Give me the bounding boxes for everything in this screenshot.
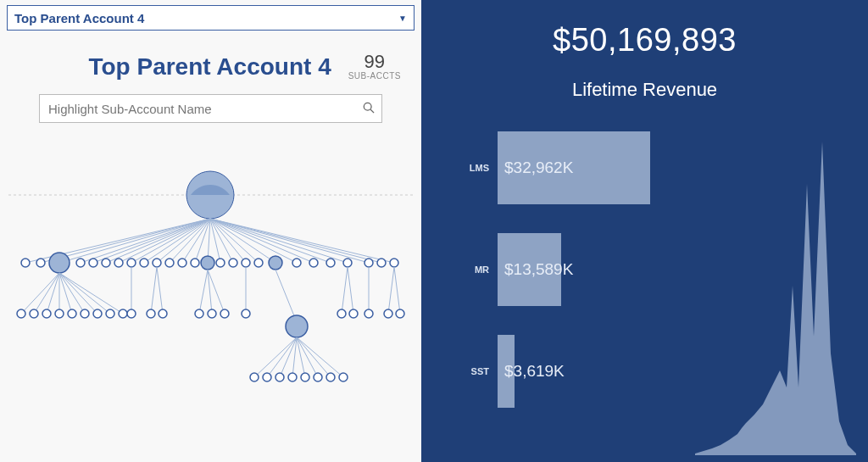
svg-point-37: [127, 259, 136, 267]
svg-point-96: [349, 309, 358, 318]
svg-line-24: [210, 219, 314, 263]
svg-line-105: [297, 337, 318, 377]
bar-row-sst[interactable]: SST $3,619K: [455, 335, 650, 408]
svg-point-84: [93, 309, 102, 318]
svg-point-114: [326, 373, 335, 381]
svg-line-26: [210, 219, 348, 263]
svg-point-36: [114, 259, 123, 267]
svg-point-79: [30, 309, 38, 318]
svg-point-51: [326, 259, 335, 267]
svg-point-83: [81, 309, 89, 318]
svg-point-98: [384, 309, 392, 318]
svg-line-6: [59, 219, 210, 263]
svg-point-90: [195, 309, 203, 318]
svg-point-48: [269, 256, 282, 270]
svg-point-93: [242, 309, 250, 318]
svg-line-76: [388, 267, 394, 314]
svg-point-80: [42, 309, 51, 318]
bar-value-label: $3,619K: [504, 362, 565, 381]
revenue-panel: $50,169,893 Lifetime Revenue LMS $32,962…: [421, 0, 868, 462]
bar-box: $3,619K: [498, 335, 515, 408]
svg-line-7: [81, 219, 210, 263]
svg-point-97: [364, 309, 373, 318]
svg-point-95: [337, 309, 346, 318]
svg-line-106: [297, 337, 331, 377]
svg-line-77: [394, 267, 400, 314]
svg-point-47: [254, 259, 263, 267]
svg-point-99: [396, 309, 404, 318]
header-row: Top Parent Account 4 99 SUB-ACCTS: [0, 53, 401, 81]
bar-box: $32,962K: [498, 131, 650, 204]
svg-point-108: [250, 373, 259, 381]
svg-point-78: [17, 309, 25, 318]
svg-point-109: [263, 373, 271, 381]
svg-line-100: [254, 337, 297, 377]
svg-point-32: [49, 253, 70, 273]
sub-count-label: SUB-ACCTS: [348, 71, 401, 81]
svg-point-92: [220, 309, 229, 318]
svg-line-9: [106, 219, 210, 263]
svg-point-50: [309, 259, 318, 267]
svg-point-30: [21, 259, 30, 267]
svg-point-91: [208, 309, 216, 318]
bar-value-label: $13,589K: [504, 260, 573, 279]
bar-category-label: MR: [455, 264, 489, 275]
svg-point-81: [55, 309, 64, 318]
svg-point-113: [314, 373, 322, 381]
account-dropdown[interactable]: Top Parent Account 4 ▼: [7, 5, 415, 31]
svg-line-66: [151, 267, 157, 314]
svg-line-68: [199, 270, 208, 314]
svg-line-56: [21, 273, 59, 314]
revenue-bar-chart: LMS $32,962K MR $13,589K SST $3,619K: [455, 131, 650, 437]
svg-point-40: [165, 259, 174, 267]
svg-point-0: [364, 103, 371, 110]
svg-point-94: [286, 315, 308, 337]
tree-svg: [8, 161, 413, 449]
sub-account-count: 99 SUB-ACCTS: [348, 53, 401, 81]
svg-point-38: [140, 259, 148, 267]
bar-row-lms[interactable]: LMS $32,962K: [455, 131, 650, 204]
svg-point-110: [275, 373, 284, 381]
svg-line-12: [144, 219, 210, 263]
svg-line-22: [210, 219, 275, 263]
svg-point-88: [147, 309, 155, 318]
hierarchy-tree[interactable]: [8, 161, 413, 455]
search-input[interactable]: [47, 101, 363, 117]
svg-point-111: [288, 373, 297, 381]
svg-line-63: [59, 273, 110, 314]
hierarchy-panel: Top Parent Account 4 ▼ Top Parent Accoun…: [0, 0, 421, 462]
svg-point-33: [76, 259, 85, 267]
bar-row-mr[interactable]: MR $13,589K: [455, 233, 650, 306]
search-icon: [363, 102, 375, 116]
bar-box: $13,589K: [498, 233, 561, 306]
svg-line-64: [59, 273, 123, 314]
svg-point-43: [201, 256, 214, 270]
svg-point-89: [159, 309, 167, 318]
svg-point-55: [390, 259, 398, 267]
search-box[interactable]: [39, 94, 382, 123]
dashboard-root: Top Parent Account 4 ▼ Top Parent Accoun…: [0, 0, 868, 462]
svg-line-11: [131, 219, 210, 263]
svg-point-39: [153, 259, 161, 267]
svg-point-52: [343, 259, 352, 267]
total-revenue: $50,169,893: [421, 22, 868, 58]
svg-point-115: [339, 373, 348, 381]
svg-point-45: [229, 259, 237, 267]
revenue-sparkline: [695, 133, 856, 455]
svg-line-72: [275, 270, 297, 322]
svg-line-58: [47, 273, 59, 314]
page-title: Top Parent Account 4: [88, 53, 331, 81]
svg-point-44: [216, 259, 225, 267]
svg-point-86: [119, 309, 127, 318]
chevron-down-icon: ▼: [398, 14, 407, 23]
revenue-subtitle: Lifetime Revenue: [421, 79, 868, 101]
svg-point-31: [36, 259, 45, 267]
svg-line-61: [59, 273, 85, 314]
svg-point-46: [242, 259, 250, 267]
svg-point-42: [191, 259, 199, 267]
svg-line-23: [210, 219, 297, 263]
svg-line-29: [210, 219, 394, 263]
svg-point-112: [301, 373, 309, 381]
svg-line-73: [342, 267, 348, 314]
svg-point-35: [102, 259, 110, 267]
